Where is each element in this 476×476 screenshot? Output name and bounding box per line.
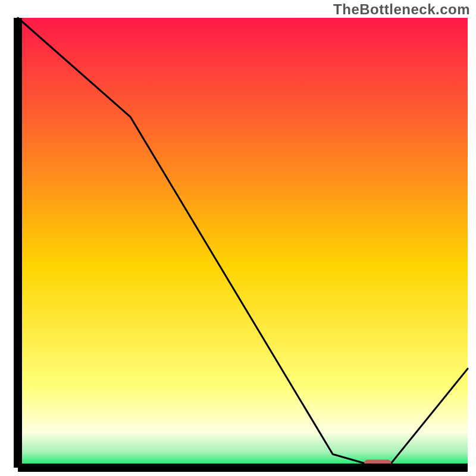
plot-background <box>18 18 468 468</box>
watermark-text: TheBottleneck.com <box>333 1 470 18</box>
bottleneck-chart <box>0 0 476 476</box>
chart-container: TheBottleneck.com <box>0 0 476 476</box>
